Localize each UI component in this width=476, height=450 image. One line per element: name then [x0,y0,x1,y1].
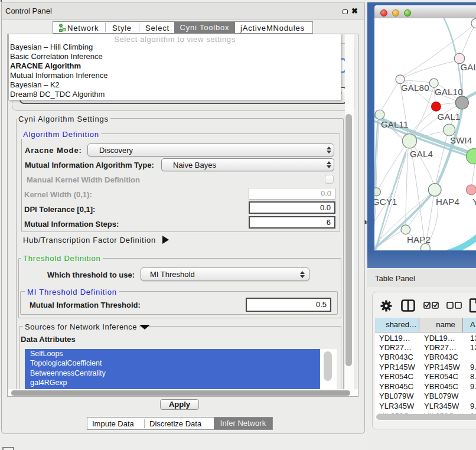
svg-text:SWI4: SWI4 [450,135,472,145]
svg-text:GAL4: GAL4 [410,149,433,159]
svg-text:Y: Y [472,197,476,207]
svg-text:HAP2: HAP2 [407,234,431,244]
svg-text:GAL80: GAL80 [401,83,429,93]
svg-text:HAP4: HAP4 [436,197,459,207]
svg-text:GAL1: GAL1 [438,112,461,122]
svg-text:GAL10: GAL10 [435,87,463,97]
svg-text:GCY1: GCY1 [374,197,397,207]
svg-text:GAL11: GAL11 [381,119,409,129]
svg-text:GAL7: GAL7 [461,62,476,72]
